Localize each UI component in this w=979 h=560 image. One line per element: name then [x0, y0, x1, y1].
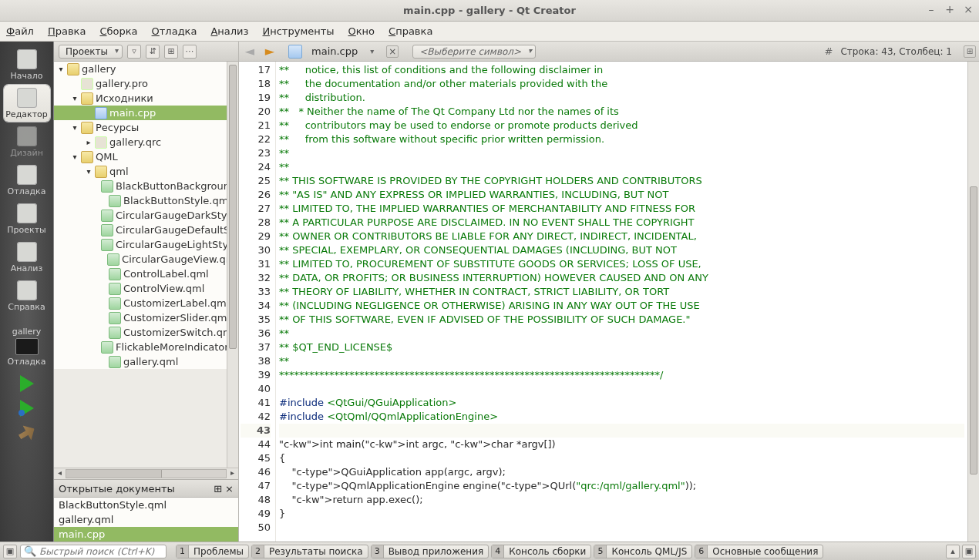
editor-toolbar: ◄ ► main.cpp ▾ × <Выберите символ> # Стр… — [239, 42, 979, 62]
editor-filename[interactable]: main.cpp — [311, 45, 358, 57]
mode-editor[interactable]: Редактор — [4, 85, 50, 122]
nav-back-icon[interactable]: ◄ — [242, 45, 257, 59]
open-doc-item[interactable]: main.cpp — [54, 527, 238, 542]
window-title: main.cpp - gallery - Qt Creator — [403, 5, 576, 16]
hash-icon[interactable]: # — [825, 45, 833, 57]
mode-analyze[interactable]: Анализ — [4, 239, 50, 276]
menu-Отладка[interactable]: Отладка — [152, 25, 197, 37]
editor-vscrollbar[interactable] — [967, 62, 979, 542]
analyze-icon — [17, 242, 37, 262]
menu-Справка[interactable]: Справка — [389, 25, 432, 37]
minimize-icon[interactable]: – — [925, 3, 937, 15]
symbol-combo[interactable]: <Выберите символ> — [412, 45, 536, 59]
tree-item[interactable]: ControlView.qml — [54, 281, 238, 296]
cpp-icon — [95, 107, 107, 119]
output-tab-1[interactable]: 1Проблемы — [176, 545, 249, 558]
open-doc-item[interactable]: BlackButtonStyle.qml — [54, 498, 238, 512]
tree-item[interactable]: CustomizerSlider.qml — [54, 310, 238, 325]
toggle-sidebar-icon[interactable]: ▣ — [3, 545, 17, 558]
close-file-icon[interactable]: × — [386, 45, 399, 58]
run-debug-button[interactable] — [14, 397, 40, 419]
tree-item[interactable]: ▾gallery — [54, 62, 238, 76]
tree-item[interactable]: ▾QML — [54, 149, 238, 164]
line-gutter[interactable]: 1718192021222324252627282930313233343536… — [239, 62, 276, 542]
tree-item[interactable]: CustomizerLabel.qml — [54, 296, 238, 310]
split-icon[interactable]: ⊞ — [214, 483, 222, 495]
close-pane-icon[interactable]: × — [225, 483, 234, 495]
folder-icon — [95, 166, 107, 178]
menu-Инструменты[interactable]: Инструменты — [262, 25, 334, 37]
menu-Анализ[interactable]: Анализ — [210, 25, 248, 37]
menu-Сборка[interactable]: Сборка — [99, 25, 137, 37]
tree-item[interactable]: ▾Ресурсы — [54, 120, 238, 135]
qml-icon — [101, 180, 113, 193]
mode-sidebar: НачалоРедакторДизайнОтладкаПроектыАнализ… — [0, 42, 54, 542]
monitor-icon — [15, 338, 39, 355]
build-button[interactable] — [14, 422, 40, 444]
start-icon — [17, 49, 37, 69]
split-editor-icon[interactable]: ⊞ — [964, 45, 976, 58]
output-tab-6[interactable]: 6Основные сообщения — [695, 545, 823, 558]
filter-icon[interactable]: ▿ — [127, 45, 141, 59]
tree-item[interactable]: CircularGaugeDefaultStyle.qml — [54, 223, 238, 237]
menu-Правка[interactable]: Правка — [48, 25, 86, 37]
project-tree[interactable]: ▾gallerygallery.pro▾Исходникиmain.cpp▾Ре… — [54, 62, 238, 369]
open-docs-list[interactable]: BlackButtonStyle.qmlgallery.qmlmain.cpp — [54, 498, 238, 542]
titlebar: main.cpp - gallery - Qt Creator – + × — [0, 0, 979, 22]
code-editor[interactable]: ** notice, this list of conditions and t… — [276, 62, 967, 542]
tree-hscrollbar[interactable]: ◂▸ — [54, 468, 238, 479]
options-icon[interactable]: ⋯ — [183, 45, 197, 59]
nav-forward-icon[interactable]: ► — [262, 45, 278, 59]
tree-item[interactable]: CustomizerSwitch.qml — [54, 325, 238, 340]
sync-icon[interactable]: ⇵ — [146, 45, 160, 59]
tree-item[interactable]: FlickableMoreIndicator.qml — [54, 340, 238, 354]
search-input[interactable] — [39, 546, 163, 557]
tree-item[interactable]: BlackButtonBackground.qml — [54, 179, 238, 193]
output-up-icon[interactable]: ▴ — [946, 545, 960, 558]
tree-item[interactable]: gallery.qml — [54, 354, 238, 369]
tree-item[interactable]: main.cpp — [54, 106, 238, 120]
projects-icon — [17, 203, 37, 223]
tree-item[interactable]: CircularGaugeDarkStyle.qml — [54, 208, 238, 223]
menu-Окно[interactable]: Окно — [348, 25, 375, 37]
maximize-icon[interactable]: + — [944, 3, 956, 15]
output-tab-5[interactable]: 5Консоль QML/JS — [594, 545, 692, 558]
project-pane: Проекты ▿ ⇵ ⊞ ⋯ ▾gallerygallery.pro▾Исхо… — [54, 42, 239, 542]
run-button[interactable] — [14, 373, 40, 394]
output-tab-2[interactable]: 2Результаты поиска — [251, 545, 368, 558]
qml-icon — [101, 239, 113, 251]
file-dropdown-icon[interactable]: ▾ — [370, 47, 374, 55]
output-tab-4[interactable]: 4Консоль сборки — [491, 545, 591, 558]
cursor-position[interactable]: Строка: 43, Столбец: 1 — [840, 46, 952, 57]
qml-icon — [107, 253, 119, 266]
qml-icon — [109, 268, 121, 280]
tree-item[interactable]: CircularGaugeLightStyle.qml — [54, 237, 238, 252]
tree-item[interactable]: BlackButtonStyle.qml — [54, 193, 238, 208]
mode-start[interactable]: Начало — [4, 46, 50, 83]
menu-Файл[interactable]: Файл — [6, 25, 34, 37]
open-doc-item[interactable]: gallery.qml — [54, 512, 238, 527]
qrc-icon — [95, 136, 107, 149]
project-view-combo[interactable]: Проекты — [59, 45, 123, 59]
close-icon[interactable]: × — [962, 3, 974, 15]
qml-icon — [109, 356, 121, 368]
mode-debug[interactable]: Отладка — [4, 162, 50, 199]
folder-icon — [81, 92, 93, 105]
design-icon — [17, 126, 37, 146]
mode-projects[interactable]: Проекты — [4, 200, 50, 237]
tree-item[interactable]: ▾Исходники — [54, 91, 238, 106]
tree-item[interactable]: ControlLabel.qml — [54, 267, 238, 281]
tree-item[interactable]: ▾qml — [54, 164, 238, 179]
mode-help[interactable]: Справка — [4, 277, 50, 314]
tree-vscrollbar[interactable] — [227, 62, 238, 468]
tree-item[interactable]: CircularGaugeView.qml — [54, 252, 238, 267]
kit-selector[interactable]: gallery Отладка — [3, 327, 51, 367]
expand-icon[interactable]: ⊞ — [164, 45, 178, 59]
mode-design: Дизайн — [4, 123, 50, 160]
tree-item[interactable]: gallery.pro — [54, 76, 238, 91]
quick-search[interactable]: 🔍 — [20, 545, 167, 558]
output-close-icon[interactable]: ▣ — [962, 545, 976, 558]
output-tab-3[interactable]: 3Вывод приложения — [371, 545, 490, 558]
project-toolbar: Проекты ▿ ⇵ ⊞ ⋯ — [54, 42, 238, 62]
tree-item[interactable]: ▸gallery.qrc — [54, 135, 238, 149]
